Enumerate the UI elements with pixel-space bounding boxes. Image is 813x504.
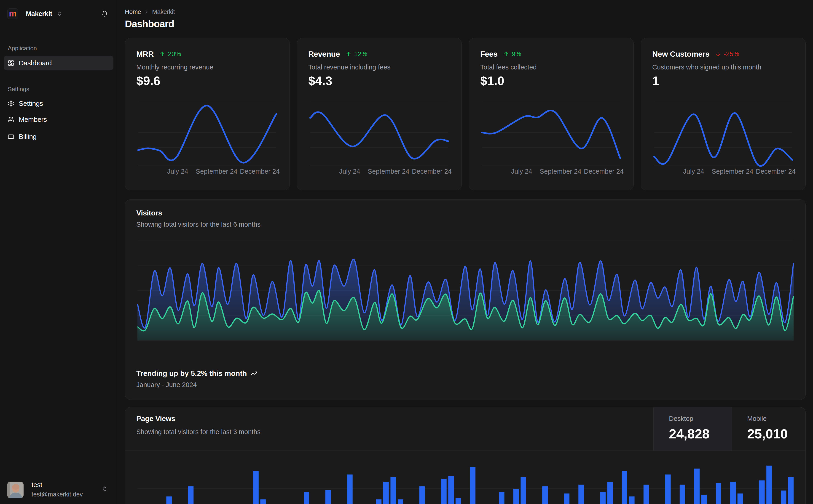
- svg-text:m: m: [9, 9, 17, 18]
